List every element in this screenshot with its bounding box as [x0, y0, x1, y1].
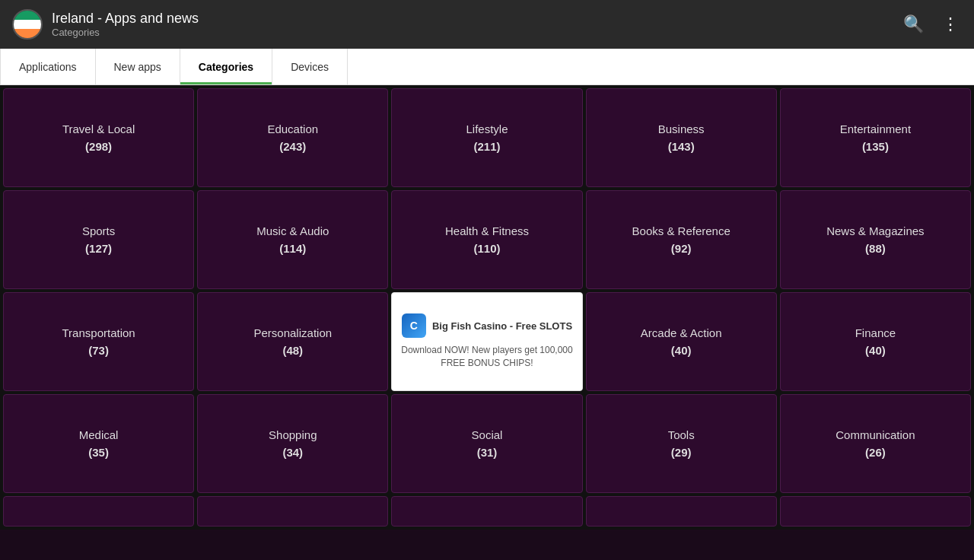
- category-social[interactable]: Social (31): [391, 394, 582, 493]
- category-medical[interactable]: Medical (35): [3, 394, 194, 493]
- category-sports[interactable]: Sports (127): [3, 190, 194, 289]
- app-header: Ireland - Apps and news Categories 🔍 ⋮: [0, 0, 974, 49]
- ad-header: C Big Fish Casino - Free SLOTS: [402, 313, 572, 338]
- category-shopping[interactable]: Shopping (34): [197, 394, 388, 493]
- header-left: Ireland - Apps and news Categories: [12, 9, 199, 40]
- categories-grid: Travel & Local (298) Education (243) Lif…: [0, 85, 974, 530]
- category-row5-2[interactable]: [197, 496, 388, 527]
- header-right: 🔍 ⋮: [900, 11, 962, 37]
- ad-body: Download NOW! New players get 100,000 FR…: [398, 344, 575, 370]
- category-finance[interactable]: Finance (40): [780, 292, 971, 391]
- tab-applications[interactable]: Applications: [0, 49, 96, 84]
- category-row5-3[interactable]: [391, 496, 582, 527]
- category-lifestyle[interactable]: Lifestyle (211): [391, 88, 582, 187]
- category-arcade-action[interactable]: Arcade & Action (40): [586, 292, 777, 391]
- category-news-magazines[interactable]: News & Magazines (88): [780, 190, 971, 289]
- category-health-fitness[interactable]: Health & Fitness (110): [391, 190, 582, 289]
- ireland-flag: [12, 9, 43, 40]
- category-entertainment[interactable]: Entertainment (135): [780, 88, 971, 187]
- category-tools[interactable]: Tools (29): [586, 394, 777, 493]
- category-education[interactable]: Education (243): [197, 88, 388, 187]
- tab-categories[interactable]: Categories: [180, 49, 272, 84]
- header-title: Ireland - Apps and news Categories: [52, 11, 199, 38]
- nav-tabs: Applications New apps Categories Devices: [0, 49, 974, 85]
- app-title: Ireland - Apps and news: [52, 11, 199, 27]
- category-books-reference[interactable]: Books & Reference (92): [586, 190, 777, 289]
- tab-devices[interactable]: Devices: [272, 49, 348, 84]
- category-row5-1[interactable]: [3, 496, 194, 527]
- category-row5-4[interactable]: [586, 496, 777, 527]
- flag-white: [14, 20, 41, 29]
- flag-orange: [14, 29, 41, 38]
- category-travel-local[interactable]: Travel & Local (298): [3, 88, 194, 187]
- app-subtitle: Categories: [52, 27, 199, 38]
- category-music-audio[interactable]: Music & Audio (114): [197, 190, 388, 289]
- category-business[interactable]: Business (143): [586, 88, 777, 187]
- search-icon[interactable]: 🔍: [900, 11, 927, 37]
- advertisement-card[interactable]: C Big Fish Casino - Free SLOTS Download …: [391, 292, 582, 391]
- category-row5-5[interactable]: [780, 496, 971, 527]
- more-options-icon[interactable]: ⋮: [939, 11, 962, 37]
- ad-title: Big Fish Casino - Free SLOTS: [432, 320, 572, 332]
- flag-green: [14, 11, 41, 20]
- tab-new-apps[interactable]: New apps: [96, 49, 180, 84]
- ad-logo: C: [402, 313, 426, 338]
- category-personalization[interactable]: Personalization (48): [197, 292, 388, 391]
- category-communication[interactable]: Communication (26): [780, 394, 971, 493]
- category-transportation[interactable]: Transportation (73): [3, 292, 194, 391]
